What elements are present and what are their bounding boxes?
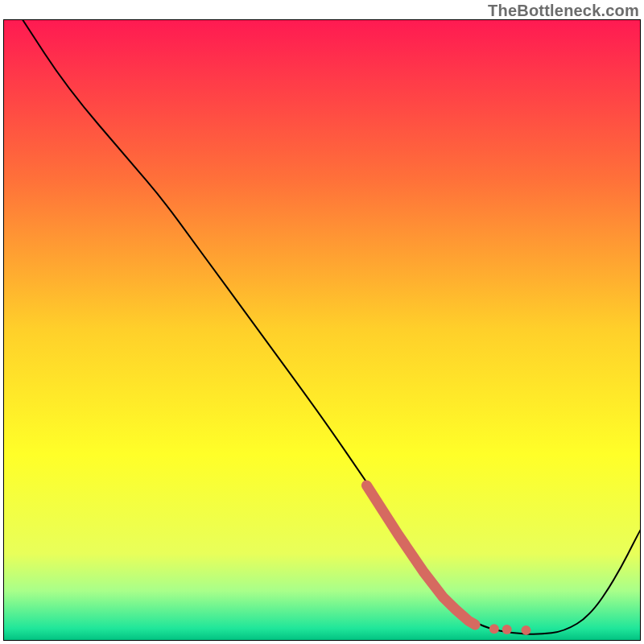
chart-container	[3, 19, 641, 641]
optimal-zone-dot	[489, 624, 499, 634]
gradient-background	[3, 19, 641, 641]
watermark-text: TheBottleneck.com	[488, 2, 639, 20]
optimal-zone-dot	[502, 625, 512, 634]
optimal-zone-dot	[521, 625, 530, 635]
bottleneck-chart	[3, 19, 641, 641]
